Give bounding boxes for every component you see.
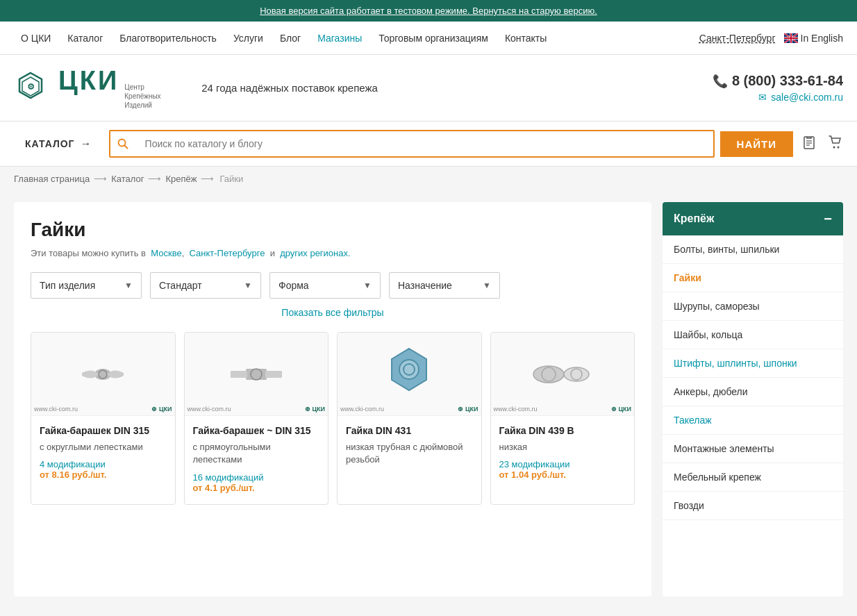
logo-icon[interactable]: ⚙ (14, 70, 47, 106)
search-button[interactable]: НАЙТИ (720, 131, 793, 157)
svg-point-21 (533, 366, 564, 383)
header-icons (801, 135, 843, 153)
sidebar-item-anchors[interactable]: Анкеры, дюбели (663, 378, 843, 406)
sidebar-item-pins[interactable]: Штифты, шплинты, шпонки (663, 349, 843, 378)
sidebar-item-nuts[interactable]: Гайки (663, 264, 843, 292)
nav-link-3[interactable]: Услуги (226, 28, 270, 48)
sidebar-item-screws[interactable]: Шурупы, саморезы (663, 292, 843, 321)
product-name-0: Гайка-барашек DIN 315 (40, 424, 167, 437)
product-price-1: от 4.1 руб./шт. (193, 483, 320, 493)
language-selector[interactable]: In English (784, 33, 843, 44)
chevron-down-icon: ▼ (124, 281, 133, 290)
product-image-2: www.cki-com.ru ⊕ ЦКИ (338, 333, 481, 416)
product-card-3[interactable]: www.cki-com.ru ⊕ ЦКИ Гайка DIN 439 B низ… (490, 332, 635, 505)
logo-area: ⚙ ЦКИ Центр Крепёжных Изделий 24 года на… (14, 66, 378, 110)
breadcrumb-home[interactable]: Главная страница (14, 174, 90, 184)
sidebar-collapse-button[interactable]: − (824, 212, 832, 226)
product-card-2[interactable]: www.cki-com.ru ⊕ ЦКИ Гайка DIN 431 низка… (337, 332, 482, 505)
email-link[interactable]: ✉ sale@cki.com.ru (713, 92, 843, 103)
svg-rect-17 (265, 371, 282, 378)
product-price-0: от 8.16 руб./шт. (40, 469, 167, 480)
logo-tagline: 24 года надёжных поставок крепежа (201, 82, 378, 94)
nav-link-0[interactable]: О ЦКИ (14, 28, 58, 48)
watermark: www.cki-com.ru (34, 406, 78, 413)
product-card-1[interactable]: www.cki-com.ru ⊕ ЦКИ Гайка-барашек ~ DIN… (184, 332, 329, 505)
watermark: www.cki-com.ru (494, 406, 538, 413)
clipboard-icon[interactable] (801, 135, 817, 153)
nav-item-3: Услуги (226, 28, 270, 48)
logo-text[interactable]: ЦКИ Центр Крепёжных Изделий (58, 66, 176, 110)
sidebar-item-bolts[interactable]: Болты, винты, шпильки (663, 235, 843, 264)
sidebar: Крепёж − Болты, винты, шпильки Гайки Шур… (663, 202, 843, 597)
nav-link-6[interactable]: Торговым организациям (372, 28, 495, 48)
svg-rect-16 (231, 371, 247, 378)
product-price-3: от 1.04 руб./шт. (499, 469, 626, 480)
svg-point-11 (838, 146, 840, 148)
cart-icon[interactable] (828, 135, 843, 153)
nav-item-2: Благотворительность (113, 28, 224, 48)
header-contact: 📞 8 (800) 333-61-84 ✉ sale@cki.com.ru (713, 73, 843, 103)
sidebar-header: Крепёж − (663, 202, 843, 235)
nav-link-7[interactable]: Контакты (498, 28, 554, 48)
product-name-1: Гайка-барашек ~ DIN 315 (193, 424, 320, 437)
catalog-button[interactable]: КАТАЛОГ → (14, 131, 103, 157)
product-desc-2: низкая трубная с дюймовой резьбой (346, 441, 473, 466)
arrow-right-icon: → (81, 138, 92, 150)
show-all-filters-link[interactable]: Показать все фильтры (281, 307, 383, 318)
search-icon (110, 131, 135, 156)
product-info-2: Гайка DIN 431 низкая трубная с дюймовой … (338, 416, 481, 467)
breadcrumb-fasteners[interactable]: Крепёж (165, 174, 197, 184)
logo-watermark: ⊕ ЦКИ (305, 406, 325, 413)
availability-text: Эти товары можно купить в Москве, Санкт-… (31, 248, 635, 258)
breadcrumb-catalog[interactable]: Каталог (111, 174, 144, 184)
show-filters: Показать все фильтры (31, 307, 635, 318)
product-info-3: Гайка DIN 439 B низкая 23 модификации от… (491, 416, 635, 480)
product-mods-0: 4 модификации (40, 459, 167, 469)
product-info-1: Гайка-барашек ~ DIN 315 с прямоугольными… (185, 416, 328, 493)
svg-point-23 (564, 367, 589, 381)
sidebar-item-washers[interactable]: Шайбы, кольца (663, 321, 843, 349)
nav-link-5[interactable]: Магазины (310, 28, 369, 48)
product-image-3: www.cki-com.ru ⊕ ЦКИ (491, 333, 635, 416)
filter-form[interactable]: Форма ▼ (269, 272, 381, 299)
filter-purpose[interactable]: Назначение ▼ (389, 272, 500, 299)
main-layout: Гайки Эти товары можно купить в Москве, … (0, 191, 857, 608)
breadcrumb-current: Гайки (219, 174, 243, 184)
svg-point-10 (833, 146, 835, 148)
filter-standard[interactable]: Стандарт ▼ (150, 272, 261, 299)
filters-row: Тип изделия ▼ Стандарт ▼ Форма ▼ Назначе… (31, 272, 635, 299)
product-image-1: www.cki-com.ru ⊕ ЦКИ (185, 333, 328, 416)
sidebar-item-rigging[interactable]: Такелаж (663, 406, 843, 435)
top-banner: Новая версия сайта работает в тестовом р… (0, 0, 857, 22)
nav-link-4[interactable]: Блог (273, 28, 308, 48)
banner-link[interactable]: Новая версия сайта работает в тестовом р… (260, 6, 597, 16)
city-selector[interactable]: Санкт-Петербург (699, 33, 776, 44)
sidebar-item-mounting[interactable]: Монтажные элементы (663, 435, 843, 463)
svg-line-5 (124, 146, 127, 149)
spb-link[interactable]: Санкт-Петербурге (189, 248, 265, 258)
nav-item-0: О ЦКИ (14, 28, 58, 48)
watermark: www.cki-com.ru (188, 406, 231, 413)
watermark: www.cki-com.ru (340, 406, 384, 413)
site-header: ⚙ ЦКИ Центр Крепёжных Изделий 24 года на… (0, 55, 857, 122)
product-grid: www.cki-com.ru ⊕ ЦКИ Гайка-барашек DIN 3… (31, 332, 635, 505)
logo-watermark: ⊕ ЦКИ (151, 406, 172, 413)
chevron-down-icon: ▼ (363, 281, 372, 290)
logo-watermark: ⊕ ЦКИ (611, 406, 631, 413)
search-input[interactable] (135, 131, 713, 156)
regions-link[interactable]: других регионах. (280, 248, 351, 258)
catalog-label: КАТАЛОГ (25, 138, 75, 149)
product-image-0: www.cki-com.ru ⊕ ЦКИ (31, 333, 175, 416)
svg-rect-14 (246, 369, 267, 380)
nav-link-2[interactable]: Благотворительность (113, 28, 224, 48)
moscow-link[interactable]: Москве (151, 248, 181, 258)
product-card-0[interactable]: www.cki-com.ru ⊕ ЦКИ Гайка-барашек DIN 3… (31, 332, 176, 505)
sidebar-title: Крепёж (674, 213, 714, 225)
product-desc-0: с округлыми лепестками (40, 441, 167, 453)
sidebar-item-furniture[interactable]: Мебельный крепеж (663, 463, 843, 492)
product-name-3: Гайка DIN 439 B (499, 424, 626, 437)
filter-type[interactable]: Тип изделия ▼ (31, 272, 142, 299)
nav-link-1[interactable]: Каталог (60, 28, 110, 48)
sidebar-item-nails[interactable]: Гвозди (663, 492, 843, 520)
product-name-2: Гайка DIN 431 (346, 424, 473, 437)
